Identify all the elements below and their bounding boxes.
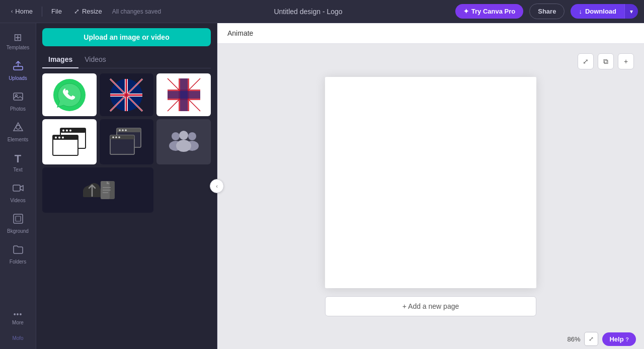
uploads-panel: Upload an image or video Images Videos <box>36 23 217 349</box>
save-status: All changes saved <box>112 8 161 15</box>
photos-icon <box>13 91 24 105</box>
download-icon: ↓ <box>579 8 582 15</box>
svg-point-32 <box>62 130 64 132</box>
design-canvas[interactable] <box>325 77 536 288</box>
canva-logo-icon: ✦ <box>463 8 469 15</box>
svg-point-55 <box>179 131 188 140</box>
videos-icon <box>13 183 24 196</box>
svg-rect-24 <box>168 91 200 99</box>
sidebar-item-uploads[interactable]: Uploads <box>2 56 34 85</box>
svg-point-50 <box>118 136 120 138</box>
add-canvas-button[interactable]: + <box>618 53 634 69</box>
svg-point-56 <box>176 140 191 152</box>
main-layout: ⊞ Templates Uploads Photos <box>0 23 644 349</box>
list-item[interactable] <box>156 73 211 116</box>
help-button[interactable]: Help ? <box>602 332 636 346</box>
svg-rect-7 <box>16 216 21 221</box>
svg-point-44 <box>122 129 124 131</box>
list-item[interactable] <box>156 119 211 164</box>
list-item[interactable] <box>42 119 97 164</box>
tab-videos[interactable]: Videos <box>78 51 112 68</box>
back-arrow-icon: ‹ <box>11 9 13 14</box>
svg-point-4 <box>16 125 20 129</box>
bottom-bar: 86% ⤢ Help ? <box>435 329 644 349</box>
svg-point-53 <box>188 132 196 140</box>
svg-point-48 <box>112 136 114 138</box>
list-item[interactable] <box>42 73 97 116</box>
document-title: Untitled design - Logo <box>163 8 453 16</box>
animate-label: Animate <box>227 29 253 37</box>
tab-images-label: Images <box>48 55 72 63</box>
sidebar-item-text[interactable]: T Text <box>2 148 34 177</box>
share-button[interactable]: Share <box>529 4 565 19</box>
svg-point-45 <box>125 129 127 131</box>
sidebar-label-uploads: Uploads <box>9 75 27 81</box>
svg-rect-5 <box>13 185 20 191</box>
help-label: Help <box>609 335 623 343</box>
zoom-expand-button[interactable]: ⤢ <box>584 332 598 346</box>
sidebar-label-videos: Videos <box>10 198 25 203</box>
home-label: Home <box>15 8 33 15</box>
list-item[interactable] <box>42 167 153 213</box>
list-item[interactable] <box>100 119 154 164</box>
home-button[interactable]: ‹ Home <box>6 5 38 18</box>
uploads-icon <box>13 60 24 74</box>
sidebar-label-text: Text <box>13 167 22 172</box>
sidebar-item-more[interactable]: ••• More <box>2 306 34 329</box>
copy-canvas-button[interactable]: ⧉ <box>598 53 614 69</box>
add-icon: + <box>624 57 628 65</box>
download-button[interactable]: ↓ Download <box>571 4 624 19</box>
copy-icon: ⧉ <box>603 57 608 66</box>
resize-label: Resize <box>82 8 102 15</box>
help-question-mark: ? <box>625 336 629 342</box>
upload-image-video-button[interactable]: Upload an image or video <box>42 28 211 46</box>
download-label: Download <box>585 8 616 15</box>
add-page-label: + Add a new page <box>403 302 459 310</box>
sidebar-label-bkground: Bkground <box>7 228 29 234</box>
add-page-button[interactable]: + Add a new page <box>325 296 536 316</box>
svg-point-33 <box>66 130 68 132</box>
bkground-icon <box>13 213 24 227</box>
sidebar-item-templates[interactable]: ⊞ Templates <box>2 27 34 54</box>
file-button[interactable]: File <box>46 5 67 18</box>
folders-icon <box>13 244 24 257</box>
sidebar-label-templates: Templates <box>7 45 30 50</box>
canvas-area: Animate ⤢ ⧉ + + Add a new page 86% ⤢ <box>217 23 644 349</box>
download-dropdown-button[interactable]: ▾ <box>624 4 638 19</box>
sidebar-item-elements[interactable]: Elements <box>2 118 34 146</box>
panel-content <box>36 68 217 349</box>
svg-point-49 <box>115 136 117 138</box>
sidebar-item-bkground[interactable]: Bkground <box>2 209 34 238</box>
file-label: File <box>51 8 62 15</box>
sidebar-label-more: More <box>12 320 24 325</box>
text-icon: T <box>15 152 21 165</box>
panel-tabs: Images Videos <box>42 51 211 68</box>
resize-canvas-button[interactable]: ⤢ <box>578 53 594 69</box>
resize-icon: ⤢ <box>583 57 589 65</box>
tab-images[interactable]: Images <box>42 51 78 68</box>
tab-videos-label: Videos <box>85 55 106 63</box>
sidebar-item-folders[interactable]: Folders <box>2 240 34 269</box>
hide-panel-button[interactable]: ‹ <box>210 179 224 193</box>
svg-point-38 <box>58 137 60 139</box>
sidebar-item-videos[interactable]: Videos <box>2 179 34 207</box>
share-label: Share <box>538 8 556 15</box>
svg-point-51 <box>172 132 180 140</box>
svg-point-43 <box>119 129 121 131</box>
animate-bar: Animate <box>217 23 644 44</box>
try-canva-pro-button[interactable]: ✦ Try Canva Pro <box>455 4 523 19</box>
icon-sidebar: ⊞ Templates Uploads Photos <box>0 23 36 349</box>
svg-point-39 <box>62 137 64 139</box>
sidebar-label-elements: Elements <box>8 137 29 142</box>
try-pro-label: Try Canva Pro <box>471 8 515 15</box>
topbar: ‹ Home File ⤢ Resize All changes saved U… <box>0 0 644 23</box>
canvas-toolbar: ⤢ ⧉ + <box>578 53 634 69</box>
templates-icon: ⊞ <box>14 31 22 43</box>
sidebar-label-folders: Folders <box>10 259 26 265</box>
svg-rect-1 <box>14 93 23 100</box>
svg-rect-0 <box>14 66 23 70</box>
sidebar-item-photos[interactable]: Photos <box>2 87 34 116</box>
list-item[interactable] <box>100 73 154 116</box>
resize-button[interactable]: ⤢ Resize <box>69 5 107 18</box>
more-icon: ••• <box>14 310 23 318</box>
